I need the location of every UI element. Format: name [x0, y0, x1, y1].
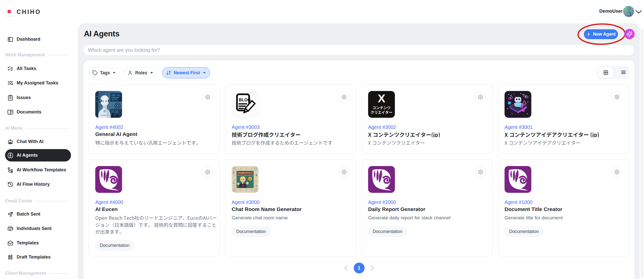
svg-text:TRUMPOPOLY: TRUMPOPOLY [238, 172, 252, 174]
svg-text:X: X [378, 92, 385, 105]
svg-text:MAKE BOARD GAMES GREAT AGAIN: MAKE BOARD GAMES GREAT AGAIN [237, 175, 253, 176]
svg-text:BLOG: BLOG [239, 98, 251, 102]
svg-text:AI: AI [510, 95, 512, 96]
svg-text:AI: AI [522, 94, 524, 95]
svg-text:₿: ₿ [249, 178, 251, 180]
